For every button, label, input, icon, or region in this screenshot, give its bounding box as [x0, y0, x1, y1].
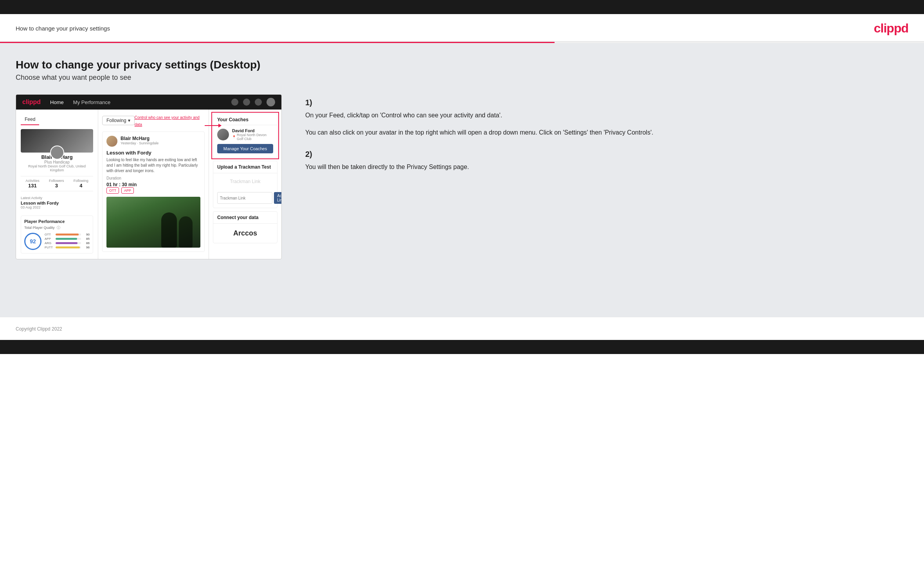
your-coaches-card: Your Coaches David Ford 📍 Royal North De… [213, 113, 277, 158]
app-sidebar: Feed Blair McHarg Plus Handicap Royal No… [16, 110, 98, 259]
step1-extra: You can also click on your avatar in the… [305, 128, 908, 138]
post-header: Blair McHarg Yesterday · Sunningdale [106, 136, 200, 147]
latest-activity-name: Lesson with Fordy [21, 201, 93, 205]
app-coaches-panel: Your Coaches David Ford 📍 Royal North De… [209, 110, 281, 259]
content-layout: clippd Home My Performance Feed [16, 94, 908, 259]
trackman-add-button[interactable]: Add Link [274, 192, 282, 204]
connect-arccos: Arccos [213, 224, 277, 243]
player-perf-title: Player Performance [24, 219, 90, 224]
post-description: Looking to feel like my hands are exitin… [106, 157, 200, 174]
post-user-name: Blair McHarg [121, 136, 159, 141]
bar-ott: OTT 90 [45, 233, 90, 236]
feed-tab-label: Feed [25, 117, 35, 122]
nav-right [231, 98, 275, 106]
trackman-placeholder: Trackman Link [213, 173, 277, 190]
latest-activity-label: Latest Activity [21, 196, 93, 200]
site-header: How to change your privacy settings clip… [0, 14, 924, 42]
stat-activities-label: Activities [25, 179, 40, 183]
clippd-logo: clippd [874, 21, 908, 36]
coach-avatar [217, 129, 229, 140]
profile-club: Royal North Devon Golf Club, United King… [21, 164, 93, 172]
app-screenshot: clippd Home My Performance Feed [16, 94, 282, 259]
tpq-info-icon: ⓘ [57, 226, 60, 230]
instruction-step-2: 2) You will then be taken directly to th… [305, 150, 908, 172]
tag-ott: OTT [106, 187, 119, 194]
post-user-avatar [106, 136, 117, 147]
nav-item-home[interactable]: Home [50, 99, 64, 105]
profile-stats: Activities 131 Followers 3 Following 4 [21, 176, 93, 191]
nav-item-performance[interactable]: My Performance [73, 99, 110, 105]
tpq-row: 92 OTT 90 APP [24, 233, 90, 250]
top-bar [0, 0, 924, 14]
page-subtitle: Choose what you want people to see [16, 74, 908, 82]
latest-activity-date: 03 Aug 2022 [21, 205, 93, 209]
site-footer: Copyright Clippd 2022 [0, 317, 924, 340]
instructions-panel: 1) On your Feed, click/tap on 'Control w… [297, 94, 908, 185]
main-content: How to change your privacy settings (Des… [0, 43, 924, 317]
player-performance-card: Player Performance Total Player Quality … [21, 216, 93, 253]
tag-app: APP [121, 187, 134, 194]
control-link-container: Control who can see your activity and da… [135, 113, 205, 128]
coach-item: David Ford 📍 Royal North Devon Golf Club [213, 125, 277, 144]
footer-copyright: Copyright Clippd 2022 [16, 326, 62, 332]
manage-coaches-button[interactable]: Manage Your Coaches [217, 144, 273, 153]
page-title: How to change your privacy settings (Des… [16, 59, 908, 71]
stat-followers: Followers 3 [49, 179, 64, 189]
bar-putt: PUTT 96 [45, 246, 90, 249]
app-logo: clippd [22, 99, 41, 106]
chevron-down-icon: ▾ [128, 118, 130, 123]
stat-activities: Activities 131 [25, 179, 40, 189]
coach-club: 📍 Royal North Devon Golf Club [232, 133, 273, 141]
connect-title: Connect your data [213, 212, 277, 224]
post-card: Blair McHarg Yesterday · Sunningdale Les… [102, 131, 205, 252]
connect-data-card: Connect your data Arccos [213, 211, 277, 243]
post-image [106, 197, 200, 248]
stat-following: Following 4 [74, 179, 88, 189]
profile-handicap: Plus Handicap [21, 160, 93, 164]
trackman-input[interactable] [217, 192, 272, 204]
coaches-panel-title: Your Coaches [213, 114, 277, 125]
bar-arg: ARG 86 [45, 241, 90, 245]
stat-followers-value: 3 [49, 183, 64, 189]
coach-info: David Ford 📍 Royal North Devon Golf Club [232, 128, 273, 141]
tpq-label: Total Player Quality ⓘ [24, 225, 90, 230]
profile-cover [21, 129, 93, 153]
instruction-step-1: 1) On your Feed, click/tap on 'Control w… [305, 98, 908, 137]
following-button[interactable]: Following ▾ [102, 116, 135, 125]
plus-icon[interactable] [255, 99, 262, 106]
trackman-input-row: Add Link [213, 190, 277, 208]
tpq-bars: OTT 90 APP 85 ARG [45, 233, 90, 250]
post-user-meta: Yesterday · Sunningdale [121, 141, 159, 145]
annotation-arrow [205, 125, 221, 126]
page-breadcrumb: How to change your privacy settings [16, 25, 110, 32]
feed-tab[interactable]: Feed [21, 114, 39, 125]
step2-number: 2) [305, 150, 908, 159]
post-title: Lesson with Fordy [106, 150, 200, 156]
post-duration-value: 01 hr : 30 min [106, 182, 200, 187]
stat-activities-value: 131 [25, 183, 40, 189]
step2-text: You will then be taken directly to the P… [305, 162, 908, 172]
coaches-section: Your Coaches David Ford 📍 Royal North De… [213, 113, 277, 158]
user-icon[interactable] [243, 99, 250, 106]
step1-text: On your Feed, click/tap on 'Control who … [305, 110, 908, 120]
control-privacy-link[interactable]: Control who can see your activity and da… [135, 115, 200, 127]
tpq-circle: 92 [24, 233, 41, 250]
app-body: Feed Blair McHarg Plus Handicap Royal No… [16, 110, 281, 259]
post-user-info: Blair McHarg Yesterday · Sunningdale [121, 136, 159, 147]
feed-header: Following ▾ Control who can see your act… [102, 113, 205, 128]
avatar-icon[interactable] [267, 98, 275, 106]
bar-app: APP 85 [45, 237, 90, 241]
trackman-title: Upload a Trackman Test [213, 161, 277, 173]
search-icon[interactable] [231, 99, 238, 106]
location-icon: 📍 [232, 135, 236, 139]
post-duration-label: Duration [106, 176, 200, 180]
coach-name: David Ford [232, 128, 273, 133]
step1-number: 1) [305, 98, 908, 107]
page-title-block: How to change your privacy settings (Des… [16, 59, 908, 82]
post-tags: OTT APP [106, 187, 200, 194]
stat-following-value: 4 [74, 183, 88, 189]
app-navbar: clippd Home My Performance [16, 95, 281, 110]
stat-followers-label: Followers [49, 179, 64, 183]
app-feed: Following ▾ Control who can see your act… [98, 110, 209, 259]
stat-following-label: Following [74, 179, 88, 183]
